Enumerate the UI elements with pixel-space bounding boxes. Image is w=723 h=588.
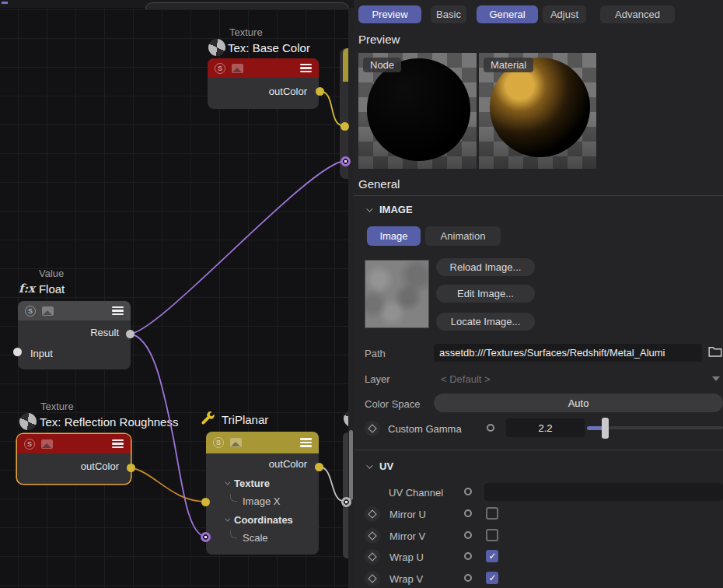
browse-folder-icon[interactable] — [708, 345, 722, 358]
basecolor-outcolor-row: outColor — [208, 78, 319, 104]
port-triplanar-outcolor[interactable] — [315, 463, 323, 471]
port-triplanar-scale[interactable] — [201, 532, 211, 542]
keyframe-circle-icon[interactable] — [464, 574, 472, 582]
material-preview-sphere — [490, 58, 591, 157]
port-float-input[interactable] — [13, 348, 22, 356]
triplanar-header[interactable]: S — [206, 432, 319, 453]
wrench-icon — [200, 411, 217, 428]
tree-connector — [230, 530, 237, 538]
divider — [354, 195, 723, 196]
node-menu-icon[interactable] — [112, 306, 124, 316]
wrap-u-checkbox[interactable] — [486, 550, 498, 562]
node-tex-reflection-roughness[interactable]: S outColor — [17, 434, 131, 484]
tab-preview[interactable]: Preview — [358, 5, 421, 23]
layer-dropdown[interactable]: < Default > — [441, 373, 491, 385]
wire-triplanar-out[interactable] — [319, 467, 345, 502]
uv-channel-input[interactable] — [484, 483, 723, 501]
mirror-v-checkbox[interactable] — [486, 529, 498, 541]
scrollbar-thumb[interactable] — [349, 430, 353, 500]
triplanar-imagex-row: Image X — [206, 492, 319, 510]
image-group-header[interactable]: IMAGE — [366, 204, 413, 215]
mirror-v-label: Mirror V — [389, 530, 425, 542]
image-icon — [230, 438, 242, 447]
mirror-u-label: Mirror U — [389, 509, 426, 520]
port-float-result[interactable] — [126, 330, 134, 338]
reload-image-button[interactable]: Reload Image... — [436, 258, 535, 276]
wire-roughness-to-imagex[interactable] — [131, 467, 205, 502]
override-diamond-icon[interactable] — [365, 506, 380, 522]
material-preview-image: Material — [479, 53, 596, 169]
shader-s-icon: S — [24, 439, 35, 450]
uv-group-header[interactable]: UV — [366, 460, 393, 472]
tab-advanced[interactable]: Advanced — [600, 5, 675, 23]
texture-sphere-icon — [208, 39, 225, 56]
keyframe-circle-icon[interactable] — [464, 531, 472, 539]
node-menu-icon[interactable] — [112, 439, 124, 449]
roughness-header[interactable]: S — [17, 434, 131, 453]
port-clipped-input-purple[interactable] — [341, 156, 351, 166]
node-tex-base-color[interactable]: S outColor — [208, 58, 319, 109]
material-preview-label: Material — [484, 58, 533, 72]
keyframe-circle-icon[interactable] — [487, 424, 494, 432]
port-basecolor-outcolor[interactable] — [316, 87, 324, 96]
chevron-down-icon — [366, 205, 372, 212]
tab-adjust[interactable]: Adjust — [543, 5, 586, 23]
attribute-panel: Preview Basic General Adjust Advanced Pr… — [354, 0, 723, 588]
node-preview-label: Node — [363, 58, 401, 72]
basecolor-header[interactable]: S — [208, 58, 319, 78]
float-title: f:x Float — [19, 282, 65, 296]
node-preview-image: Node — [358, 53, 477, 169]
triplanar-coordinates-group[interactable]: Coordinates — [206, 510, 319, 529]
keyframe-circle-icon[interactable] — [464, 509, 472, 517]
tab-general[interactable]: General — [477, 5, 538, 23]
path-input[interactable]: assetdb:///Textures/Surfaces/Redshift/Me… — [434, 344, 702, 362]
image-mode-tab[interactable]: Image — [367, 226, 421, 246]
override-diamond-icon[interactable] — [365, 421, 380, 436]
uv-channel-label: UV Channel — [389, 487, 443, 499]
wrap-u-label: Wrap U — [389, 551, 424, 563]
shader-graph-window: Texture Tex: Base Color S outColor Value… — [0, 0, 723, 588]
port-clipped-input-gray[interactable] — [341, 497, 351, 507]
basecolor-title: Tex: Base Color — [208, 39, 310, 56]
float-type-label: Value — [39, 266, 64, 280]
node-menu-icon[interactable] — [300, 438, 312, 447]
image-icon — [232, 64, 243, 73]
color-space-button[interactable]: Auto — [434, 394, 723, 412]
custom-gamma-value[interactable]: 2.2 — [506, 418, 585, 437]
edit-image-button[interactable]: Edit Image... — [436, 285, 535, 303]
roughness-outcolor-row: outColor — [17, 453, 131, 479]
image-icon — [42, 306, 54, 316]
wire-float-up[interactable] — [130, 161, 345, 334]
triplanar-texture-group[interactable]: Texture — [206, 474, 319, 492]
float-header[interactable]: S — [18, 301, 131, 320]
roughness-title: Tex: Reflection Roughness — [19, 413, 178, 430]
divider — [354, 450, 723, 450]
texture-thumbnail — [365, 260, 429, 328]
port-triplanar-imagex[interactable] — [201, 498, 210, 506]
port-roughness-outcolor[interactable] — [127, 464, 135, 472]
gamma-slider-handle[interactable] — [602, 418, 609, 439]
triplanar-outcolor-row: outColor — [206, 453, 319, 474]
locate-image-button[interactable]: Locate Image... — [436, 313, 535, 331]
node-menu-icon[interactable] — [300, 64, 312, 73]
override-diamond-icon[interactable] — [365, 571, 380, 586]
chevron-down-icon — [225, 479, 230, 485]
node-triplanar[interactable]: S outColor Texture Image X Coordinates — [206, 432, 319, 555]
roughness-type-label: Texture — [40, 399, 74, 413]
override-diamond-icon[interactable] — [365, 549, 380, 565]
wrap-v-checkbox[interactable] — [486, 572, 498, 584]
keyframe-circle-icon[interactable] — [464, 552, 472, 560]
gamma-slider-track[interactable] — [609, 426, 723, 429]
animation-mode-tab[interactable]: Animation — [425, 226, 501, 246]
tab-basic[interactable]: Basic — [431, 5, 466, 23]
keyframe-circle-icon[interactable] — [464, 488, 472, 495]
float-result-row: Result — [18, 320, 131, 344]
mirror-u-checkbox[interactable] — [486, 507, 498, 520]
node-graph-canvas[interactable]: Texture Tex: Base Color S outColor Value… — [0, 0, 354, 588]
wire-float-to-scale[interactable] — [130, 334, 205, 537]
graph-tab-indicator — [2, 2, 8, 4]
port-clipped-input-yellow[interactable] — [341, 122, 349, 131]
dropdown-caret-icon — [712, 376, 720, 381]
node-float[interactable]: S Result Input — [18, 301, 131, 369]
override-diamond-icon[interactable] — [365, 528, 380, 544]
